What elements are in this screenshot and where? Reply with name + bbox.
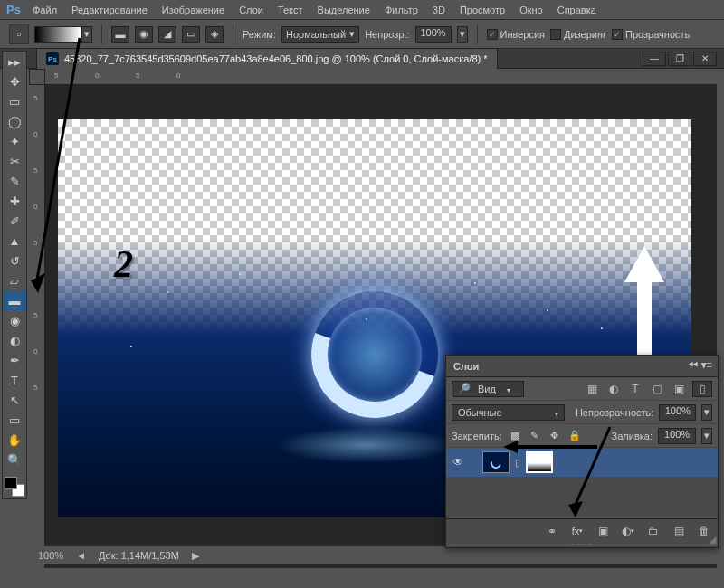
filter-adjust-icon[interactable]: ◐ bbox=[605, 381, 622, 397]
layer-mask-thumbnail[interactable] bbox=[526, 451, 553, 473]
blend-mode-select[interactable]: Нормальный▾ bbox=[281, 26, 359, 43]
mask-link-icon[interactable]: ▯ bbox=[515, 457, 520, 469]
new-group-icon[interactable]: 🗀 bbox=[645, 523, 662, 539]
maximize-button[interactable]: ❐ bbox=[668, 52, 691, 66]
zoom-value[interactable]: 100% bbox=[38, 550, 63, 561]
grip-handle[interactable]: ▸▸ bbox=[3, 52, 26, 71]
menu-help[interactable]: Справка bbox=[550, 2, 604, 18]
gradient-type-radial[interactable]: ◉ bbox=[135, 26, 153, 43]
transparency-checkbox[interactable]: ✓Прозрачность bbox=[612, 29, 690, 40]
filter-pixel-icon[interactable]: ▦ bbox=[584, 381, 600, 397]
lock-position-icon[interactable]: ✥ bbox=[548, 429, 562, 443]
gradient-preview[interactable] bbox=[34, 26, 81, 43]
dither-checkbox[interactable]: Дизеринг bbox=[550, 29, 606, 40]
menu-view[interactable]: Просмотр bbox=[452, 2, 512, 18]
layers-panel-title: Слои bbox=[453, 361, 479, 372]
menu-3d[interactable]: 3D bbox=[425, 2, 452, 18]
layers-panel-header[interactable]: Слои ◂◂ ▾≡ bbox=[446, 356, 718, 377]
path-select-tool[interactable]: ↖ bbox=[3, 390, 26, 410]
foreground-color[interactable] bbox=[5, 477, 17, 489]
close-button[interactable]: ✕ bbox=[693, 52, 717, 66]
stamp-tool[interactable]: ▲ bbox=[3, 231, 26, 251]
status-bar: 100% ◄ Док: 1,14M/1,53M ▶ bbox=[29, 546, 717, 564]
filter-shape-icon[interactable]: ▢ bbox=[649, 381, 665, 397]
layers-panel-footer: ⚭ fx▾ ▣ ◐▾ 🗀 ▤ 🗑 ◢ bbox=[446, 518, 718, 542]
menu-edit[interactable]: Редактирование bbox=[64, 2, 155, 18]
link-layers-icon[interactable]: ⚭ bbox=[544, 523, 560, 539]
layer-opacity-input[interactable]: 100% bbox=[659, 404, 696, 421]
water-reflection bbox=[275, 427, 456, 463]
menu-window[interactable]: Окно bbox=[512, 2, 550, 18]
menu-layer[interactable]: Слои bbox=[232, 2, 271, 18]
menu-type[interactable]: Текст bbox=[271, 2, 310, 18]
fill-input[interactable]: 100% bbox=[658, 428, 696, 444]
panel-drag-grip[interactable]: ┈┈┈┈ bbox=[446, 542, 718, 547]
gradient-dropdown[interactable]: ▾ bbox=[81, 26, 92, 43]
ruler-corner bbox=[29, 69, 45, 85]
menu-select[interactable]: Выделение bbox=[310, 2, 377, 18]
minimize-button[interactable]: — bbox=[643, 52, 666, 66]
color-swatches[interactable] bbox=[5, 477, 24, 497]
pen-tool[interactable]: ✒ bbox=[3, 350, 26, 370]
gradient-type-angle[interactable]: ◢ bbox=[158, 26, 176, 43]
gradient-type-reflected[interactable]: ▭ bbox=[182, 26, 200, 43]
fill-dropdown[interactable]: ▾ bbox=[701, 428, 712, 444]
opacity-input[interactable]: 100% bbox=[415, 26, 452, 43]
crop-tool[interactable]: ✂ bbox=[3, 151, 26, 171]
blend-mode-select[interactable]: Обычные bbox=[452, 404, 565, 421]
add-mask-icon[interactable]: ▣ bbox=[595, 523, 611, 539]
layers-panel: Слои ◂◂ ▾≡ 🔎Вид ▦ ◐ T ▢ ▣ ▯ Обычные Непр… bbox=[445, 355, 719, 548]
marquee-tool[interactable]: ▭ bbox=[3, 91, 26, 111]
mode-label: Режим: bbox=[243, 29, 276, 40]
layer-filter-kind[interactable]: 🔎Вид bbox=[452, 381, 524, 397]
move-tool[interactable]: ✥ bbox=[3, 71, 26, 91]
zoom-tool[interactable]: 🔍 bbox=[3, 450, 26, 469]
gradient-type-diamond[interactable]: ◈ bbox=[205, 26, 224, 43]
vertical-ruler[interactable]: 5 0 5 0 5 0 5 0 5 bbox=[29, 85, 45, 568]
new-layer-icon[interactable]: ▤ bbox=[671, 523, 687, 539]
brush-tool[interactable]: ✐ bbox=[3, 211, 26, 231]
filter-type-icon[interactable]: T bbox=[627, 381, 643, 397]
filter-toggle-switch[interactable]: ▯ bbox=[692, 381, 712, 397]
status-next-icon[interactable]: ▶ bbox=[192, 550, 199, 562]
panel-menu-icon[interactable]: ▾≡ bbox=[701, 359, 712, 371]
shape-tool[interactable]: ▭ bbox=[3, 410, 26, 430]
filter-smart-icon[interactable]: ▣ bbox=[671, 381, 687, 397]
menu-file[interactable]: Файл bbox=[25, 2, 64, 18]
lock-pixels-icon[interactable]: ✎ bbox=[528, 429, 542, 443]
visibility-toggle-icon[interactable]: 👁 bbox=[450, 456, 466, 469]
magic-wand-tool[interactable]: ✦ bbox=[3, 131, 26, 151]
menu-image[interactable]: Изображение bbox=[155, 2, 232, 18]
gradient-type-linear[interactable]: ▬ bbox=[111, 26, 129, 43]
annotation-number-2: 2 bbox=[114, 242, 133, 286]
resize-grip-icon[interactable]: ◢ bbox=[709, 534, 716, 545]
document-tab[interactable]: Ps 45820_77_7c763545d35609d05ea77ab43a8e… bbox=[36, 48, 498, 69]
horizontal-ruler[interactable]: 5 0 5 0 bbox=[45, 69, 717, 85]
hand-tool[interactable]: ✋ bbox=[3, 430, 26, 450]
status-arrow-icon[interactable]: ◄ bbox=[76, 550, 86, 561]
reverse-checkbox[interactable]: ✓Инверсия bbox=[487, 29, 546, 40]
blur-tool[interactable]: ◉ bbox=[3, 310, 26, 330]
lasso-tool[interactable]: ◯ bbox=[3, 111, 26, 131]
eraser-tool[interactable]: ▱ bbox=[3, 270, 26, 290]
layer-item[interactable]: 👁 ▯ bbox=[446, 448, 718, 477]
dodge-tool[interactable]: ◐ bbox=[3, 330, 26, 350]
layer-list: 👁 ▯ bbox=[446, 448, 718, 518]
layer-style-icon[interactable]: fx▾ bbox=[569, 523, 586, 539]
healing-brush-tool[interactable]: ✚ bbox=[3, 191, 26, 211]
eyedropper-tool[interactable]: ✎ bbox=[3, 171, 26, 191]
tool-preset-picker[interactable]: ▫ bbox=[9, 24, 29, 44]
menu-bar: Ps Файл Редактирование Изображение Слои … bbox=[0, 0, 724, 20]
gradient-tool[interactable]: ▬ bbox=[3, 290, 26, 310]
document-title: 45820_77_7c763545d35609d05ea77ab43a8e4e0… bbox=[64, 53, 488, 64]
layer-thumbnail[interactable] bbox=[482, 451, 510, 473]
adjustment-layer-icon[interactable]: ◐▾ bbox=[620, 523, 636, 539]
type-tool[interactable]: T bbox=[3, 370, 26, 390]
lock-all-icon[interactable]: 🔒 bbox=[567, 429, 582, 443]
panel-collapse-icon[interactable]: ◂◂ bbox=[689, 359, 698, 368]
opacity-dropdown[interactable]: ▾ bbox=[457, 26, 468, 43]
menu-filter[interactable]: Фильтр bbox=[377, 2, 425, 18]
history-brush-tool[interactable]: ↺ bbox=[3, 251, 26, 270]
layer-opacity-dropdown[interactable]: ▾ bbox=[701, 404, 712, 421]
lock-transparency-icon[interactable]: ▩ bbox=[508, 429, 522, 443]
